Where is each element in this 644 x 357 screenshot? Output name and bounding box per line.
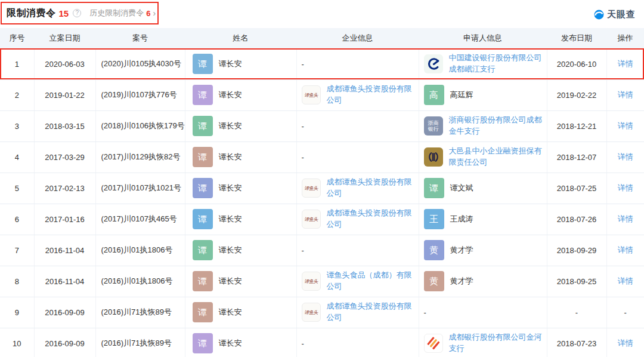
publish-date-cell: 2018-07-25 bbox=[547, 173, 606, 204]
applicant-entity: 成都银行股份有限公司金河支行 bbox=[424, 332, 542, 355]
detail-link[interactable]: 详情 bbox=[618, 152, 633, 161]
applicant-cell: 谭谭文斌 bbox=[419, 173, 547, 204]
person-name: 谭长安 bbox=[219, 90, 242, 100]
filing-date-cell: 2017-03-29 bbox=[34, 141, 95, 173]
serial-cell: 5 bbox=[0, 173, 34, 204]
tanyutou-logo-label: 谭鱼头 bbox=[304, 278, 318, 285]
column-header: 立案日期 bbox=[34, 28, 95, 48]
table-row: 102016-09-09(2016)川71执恢89号谭谭长安-成都银行股份有限公… bbox=[0, 328, 644, 357]
person-name: 谭长安 bbox=[219, 59, 242, 69]
company-link[interactable]: 成都谭鱼头投资股份有限公司 bbox=[327, 177, 414, 199]
person-avatar: 谭 bbox=[193, 209, 213, 229]
filing-date-cell: 2016-09-09 bbox=[34, 328, 95, 357]
person-entity: 谭谭长安 bbox=[193, 85, 292, 105]
detail-link[interactable]: 详情 bbox=[618, 214, 633, 223]
table-row: 42017-03-29(2017)川0129执恢82号谭谭长安-大邑县中小企业融… bbox=[0, 141, 644, 173]
serial-cell: 8 bbox=[0, 266, 34, 297]
company-cell: 谭鱼头谭鱼头食品（成都）有限公司 bbox=[296, 266, 419, 297]
person-entity: 谭谭长安 bbox=[193, 271, 292, 291]
case-number-cell: (2017)川0107执465号 bbox=[95, 204, 185, 235]
publish-date-cell: 2018-07-23 bbox=[547, 328, 606, 357]
detail-link[interactable]: 详情 bbox=[618, 121, 633, 130]
company-link[interactable]: 谭鱼头食品（成都）有限公司 bbox=[327, 270, 414, 293]
filing-date-cell: 2019-01-22 bbox=[34, 79, 95, 110]
detail-link[interactable]: 详情 bbox=[618, 245, 633, 254]
column-header: 申请人信息 bbox=[419, 28, 547, 48]
action-cell: 详情 bbox=[606, 266, 644, 297]
applicant-entity: 浙商银行浙商银行股份有限公司成都金牛支行 bbox=[424, 115, 542, 137]
publish-date-cell: 2018-09-25 bbox=[547, 266, 606, 297]
detail-link[interactable]: 详情 bbox=[618, 276, 633, 285]
applicant-avatar: 黄 bbox=[424, 240, 444, 260]
company-link[interactable]: 成都谭鱼头投资股份有限公司 bbox=[327, 84, 414, 106]
company-entity: 谭鱼头成都谭鱼头投资股份有限公司 bbox=[302, 301, 414, 324]
history-link[interactable]: 历史限制消费令 6 › bbox=[89, 8, 156, 19]
serial-cell: 7 bbox=[0, 235, 34, 266]
column-header: 序号 bbox=[0, 28, 34, 48]
empty-value: - bbox=[302, 153, 304, 162]
serial-cell: 6 bbox=[0, 204, 34, 235]
help-icon[interactable]: ? bbox=[73, 9, 81, 17]
company-entity: 谭鱼头成都谭鱼头投资股份有限公司 bbox=[302, 177, 414, 199]
applicant-link[interactable]: 浙商银行股份有限公司成都金牛支行 bbox=[449, 115, 542, 137]
case-number-cell: (2020)川0105执4030号 bbox=[95, 48, 185, 79]
action-cell: 详情 bbox=[606, 48, 644, 79]
brand-logo[interactable]: 天眼查 bbox=[593, 9, 636, 20]
table-row: 12020-06-03(2020)川0105执4030号谭谭长安-中国建设银行股… bbox=[0, 48, 644, 79]
applicant-entity: 黄黄才学 bbox=[424, 240, 542, 260]
applicant-cell: 黄黄才学 bbox=[419, 235, 547, 266]
person-avatar: 谭 bbox=[193, 333, 213, 353]
company-cell: - bbox=[296, 110, 419, 141]
applicant-link[interactable]: 大邑县中小企业融资担保有限责任公司 bbox=[449, 146, 542, 168]
person-name: 谭长安 bbox=[219, 214, 242, 224]
company-cell: - bbox=[296, 328, 419, 357]
applicant-link[interactable]: 中国建设银行股份有限公司成都岷江支行 bbox=[449, 53, 542, 75]
case-number-cell: (2019)川0107执776号 bbox=[95, 79, 185, 110]
publish-date-cell: 2018-09-29 bbox=[547, 235, 606, 266]
company-cell: 谭鱼头成都谭鱼头投资股份有限公司 bbox=[296, 297, 419, 328]
chevron-right-icon: › bbox=[153, 8, 156, 18]
person-cell: 谭谭长安 bbox=[185, 110, 296, 141]
table-row: 32018-03-15(2018)川0106执恢179号谭谭长安-浙商银行浙商银… bbox=[0, 110, 644, 141]
zheshang-bank-logo-icon: 浙商银行 bbox=[424, 116, 443, 136]
person-entity: 谭谭长安 bbox=[193, 54, 292, 74]
detail-link[interactable]: 详情 bbox=[618, 59, 633, 68]
column-header: 操作 bbox=[606, 28, 644, 48]
company-link[interactable]: 成都谭鱼头投资股份有限公司 bbox=[327, 301, 414, 324]
serial-cell: 4 bbox=[0, 141, 34, 173]
person-cell: 谭谭长安 bbox=[185, 79, 296, 110]
empty-value: - bbox=[424, 308, 426, 317]
column-header: 企业信息 bbox=[296, 28, 419, 48]
applicant-entity: 大邑县中小企业融资担保有限责任公司 bbox=[424, 146, 542, 168]
person-name: 谭长安 bbox=[219, 183, 242, 193]
publish-date-cell: - bbox=[547, 297, 606, 328]
publish-date-cell: 2020-06-10 bbox=[547, 48, 606, 79]
tanyutou-company-logo-icon: 谭鱼头 bbox=[302, 178, 321, 198]
action-cell: 详情 bbox=[606, 110, 644, 141]
applicant-cell: 黄黄才学 bbox=[419, 266, 547, 297]
applicant-name: 谭文斌 bbox=[450, 183, 473, 193]
applicant-link[interactable]: 成都银行股份有限公司金河支行 bbox=[449, 332, 542, 355]
action-cell: 详情 bbox=[606, 204, 644, 235]
person-cell: 谭谭长安 bbox=[185, 48, 296, 79]
tanyutou-logo-label: 谭鱼头 bbox=[304, 216, 318, 223]
consumption-restriction-table: 序号立案日期案号姓名企业信息申请人信息发布日期操作 12020-06-03(20… bbox=[0, 28, 644, 357]
action-cell: - bbox=[606, 297, 644, 328]
detail-link[interactable]: 详情 bbox=[618, 90, 633, 99]
history-count: 6 bbox=[146, 9, 150, 18]
person-avatar: 谭 bbox=[193, 85, 213, 105]
person-cell: 谭谭长安 bbox=[185, 297, 296, 328]
applicant-cell: 大邑县中小企业融资担保有限责任公司 bbox=[419, 141, 547, 173]
section-header: 限制消费令 15 ? 历史限制消费令 6 › 天眼查 bbox=[0, 0, 644, 28]
person-entity: 谭谭长安 bbox=[193, 116, 292, 136]
person-entity: 谭谭长安 bbox=[193, 178, 292, 198]
company-entity: 谭鱼头谭鱼头食品（成都）有限公司 bbox=[302, 270, 414, 293]
person-avatar: 谭 bbox=[193, 302, 213, 322]
detail-link[interactable]: 详情 bbox=[618, 183, 633, 192]
applicant-entity: 谭谭文斌 bbox=[424, 178, 542, 198]
detail-link[interactable]: 详情 bbox=[618, 338, 633, 347]
publish-date-cell: 2018-12-21 bbox=[547, 110, 606, 141]
applicant-entity: 黄黄才学 bbox=[424, 271, 542, 291]
company-link[interactable]: 成都谭鱼头投资股份有限公司 bbox=[327, 208, 414, 230]
table-row: 22019-01-22(2019)川0107执776号谭谭长安谭鱼头成都谭鱼头投… bbox=[0, 79, 644, 110]
